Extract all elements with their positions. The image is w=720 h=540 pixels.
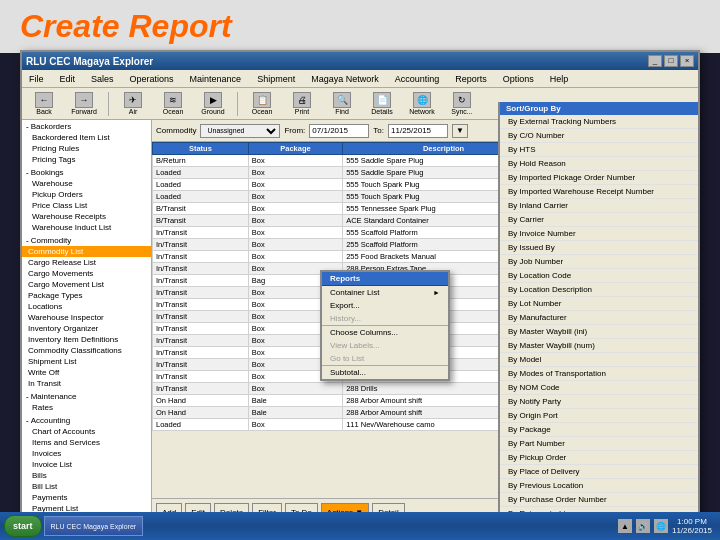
menu-shipment[interactable]: Shipment: [254, 73, 298, 85]
sidebar-item-write-off[interactable]: Write Off: [22, 367, 151, 378]
close-button[interactable]: ×: [680, 55, 694, 67]
maximize-button[interactable]: □: [664, 55, 678, 67]
right-panel-item[interactable]: By NOM Code: [500, 381, 698, 395]
sidebar-item-inv-item-def[interactable]: Inventory Item Definitions: [22, 334, 151, 345]
menu-accounting[interactable]: Accounting: [392, 73, 443, 85]
sidebar-item-package-types[interactable]: Package Types: [22, 290, 151, 301]
air-button[interactable]: ✈ Air: [115, 91, 151, 116]
details-button[interactable]: 📄 Details: [364, 91, 400, 116]
sidebar-item-warehouse[interactable]: Warehouse: [22, 178, 151, 189]
right-panel-item[interactable]: By Place of Delivery: [500, 465, 698, 479]
right-panel-item[interactable]: By Model: [500, 353, 698, 367]
sidebar-item-items-services[interactable]: Items and Services: [22, 437, 151, 448]
right-panel-item[interactable]: By Carrier: [500, 213, 698, 227]
find-button[interactable]: 🔍 Find: [324, 91, 360, 116]
docs-button[interactable]: 📋 Ocean: [244, 91, 280, 116]
sidebar-item-wh-inspector[interactable]: Warehouse Inspector: [22, 312, 151, 323]
sidebar-item-cargo-movement-list[interactable]: Cargo Movement List: [22, 279, 151, 290]
menu-sales[interactable]: Sales: [88, 73, 117, 85]
sidebar-expand-bookings[interactable]: - Bookings: [22, 167, 151, 178]
sidebar-item-shipment-list[interactable]: Shipment List: [22, 356, 151, 367]
sidebar-item-in-transit[interactable]: In Transit: [22, 378, 151, 389]
right-panel-item[interactable]: By Location Code: [500, 269, 698, 283]
right-panel-item[interactable]: By Manufacturer: [500, 311, 698, 325]
menu-help[interactable]: Help: [547, 73, 572, 85]
sidebar-item-pickup[interactable]: Pickup Orders: [22, 189, 151, 200]
sidebar-expand-commodity[interactable]: - Commodity: [22, 235, 151, 246]
right-panel-item[interactable]: By Imported Pickage Order Number: [500, 171, 698, 185]
sidebar-item-payments[interactable]: Payments: [22, 492, 151, 503]
right-panel-item[interactable]: By Origin Port: [500, 409, 698, 423]
sidebar-item-pricing-tags[interactable]: Pricing Tags: [22, 154, 151, 165]
sidebar-item-cargo-release[interactable]: Cargo Release List: [22, 257, 151, 268]
from-date-input[interactable]: [309, 124, 369, 138]
right-panel-item[interactable]: By Job Number: [500, 255, 698, 269]
right-panel-item[interactable]: By Location Description: [500, 283, 698, 297]
commodity-filter-select[interactable]: Unassigned: [200, 124, 280, 138]
right-panel-item[interactable]: By External Tracking Numbers: [500, 115, 698, 129]
back-button[interactable]: ← Back: [26, 91, 62, 116]
right-panel-item[interactable]: By Lot Number: [500, 297, 698, 311]
sidebar-expand-backorders[interactable]: - Backorders: [22, 121, 151, 132]
right-panel-item[interactable]: By Modes of Transportation: [500, 367, 698, 381]
menu-edit[interactable]: Edit: [57, 73, 79, 85]
menu-maintenance[interactable]: Maintenance: [187, 73, 245, 85]
menu-magaya-network[interactable]: Magaya Network: [308, 73, 382, 85]
sidebar-item-invoices[interactable]: Invoices: [22, 448, 151, 459]
right-panel-item[interactable]: By Issued By: [500, 241, 698, 255]
minimize-button[interactable]: _: [648, 55, 662, 67]
sidebar-item-cargo-movements[interactable]: Cargo Movements: [22, 268, 151, 279]
right-panel-item[interactable]: By Notify Party: [500, 395, 698, 409]
right-panel-item[interactable]: By C/O Number: [500, 129, 698, 143]
menu-operations[interactable]: Operations: [127, 73, 177, 85]
menu-file[interactable]: File: [26, 73, 47, 85]
ocean-button[interactable]: ≋ Ocean: [155, 91, 191, 116]
right-panel-item[interactable]: By Package: [500, 423, 698, 437]
sidebar-item-pricing-rules[interactable]: Pricing Rules: [22, 143, 151, 154]
commodity-filter-label: Commodity: [156, 126, 196, 135]
context-menu-export[interactable]: Export...: [322, 299, 448, 312]
context-menu-container-list[interactable]: Container List ►: [322, 286, 448, 299]
to-date-input[interactable]: [388, 124, 448, 138]
sidebar-item-wh-induct[interactable]: Warehouse Induct List: [22, 222, 151, 233]
col-package[interactable]: Package: [248, 143, 342, 155]
right-panel-item[interactable]: By Inland Carrier: [500, 199, 698, 213]
right-panel-item[interactable]: By Purchase Order Number: [500, 493, 698, 507]
start-button[interactable]: start: [4, 515, 42, 537]
forward-button[interactable]: → Forward: [66, 91, 102, 116]
right-panel-item[interactable]: By Hold Reason: [500, 157, 698, 171]
right-panel-item[interactable]: By Previous Location: [500, 479, 698, 493]
sidebar-item-invoice-list[interactable]: Invoice List: [22, 459, 151, 470]
context-menu-subtotal[interactable]: Subtotal...: [322, 365, 448, 379]
sidebar-item-bills[interactable]: Bills: [22, 470, 151, 481]
sidebar-item-locations[interactable]: Locations: [22, 301, 151, 312]
col-status[interactable]: Status: [153, 143, 249, 155]
sidebar-item-rates[interactable]: Rates: [22, 402, 151, 413]
right-panel-item[interactable]: By Master Waybill (ini): [500, 325, 698, 339]
right-panel-item[interactable]: By Master Waybill (num): [500, 339, 698, 353]
sidebar-item-chart-accounts[interactable]: Chart of Accounts: [22, 426, 151, 437]
sidebar-item-wh-receipts[interactable]: Warehouse Receipts: [22, 211, 151, 222]
print-button[interactable]: 🖨 Print: [284, 91, 320, 116]
taskbar-app-explorer[interactable]: RLU CEC Magaya Explorer: [44, 516, 144, 536]
right-panel-item[interactable]: By Invoice Number: [500, 227, 698, 241]
menu-options[interactable]: Options: [500, 73, 537, 85]
right-panel-item[interactable]: By Pickup Order: [500, 451, 698, 465]
sidebar-item-backordered[interactable]: Backordered Item List: [22, 132, 151, 143]
ground-button[interactable]: ▶ Ground: [195, 91, 231, 116]
right-panel-item[interactable]: By Part Number: [500, 437, 698, 451]
sidebar-expand-maintenance[interactable]: - Maintenance: [22, 391, 151, 402]
sidebar-item-bill-list[interactable]: Bill List: [22, 481, 151, 492]
sidebar-item-commodity-list[interactable]: Commodity List: [22, 246, 151, 257]
sync-button[interactable]: ↻ Sync...: [444, 91, 480, 116]
menu-reports[interactable]: Reports: [452, 73, 490, 85]
sidebar-expand-accounting[interactable]: - Accounting: [22, 415, 151, 426]
right-panel-item[interactable]: By Imported Warehouse Receipt Number: [500, 185, 698, 199]
sidebar-item-inv-organizer[interactable]: Inventory Organizer: [22, 323, 151, 334]
context-menu-choose-columns[interactable]: Choose Columns...: [322, 325, 448, 339]
network-button[interactable]: 🌐 Network: [404, 91, 440, 116]
sidebar-item-commodity-class[interactable]: Commodity Classifications: [22, 345, 151, 356]
right-panel-item[interactable]: By HTS: [500, 143, 698, 157]
filter-apply-button[interactable]: ▼: [452, 124, 468, 138]
sidebar-item-price-class[interactable]: Price Class List: [22, 200, 151, 211]
